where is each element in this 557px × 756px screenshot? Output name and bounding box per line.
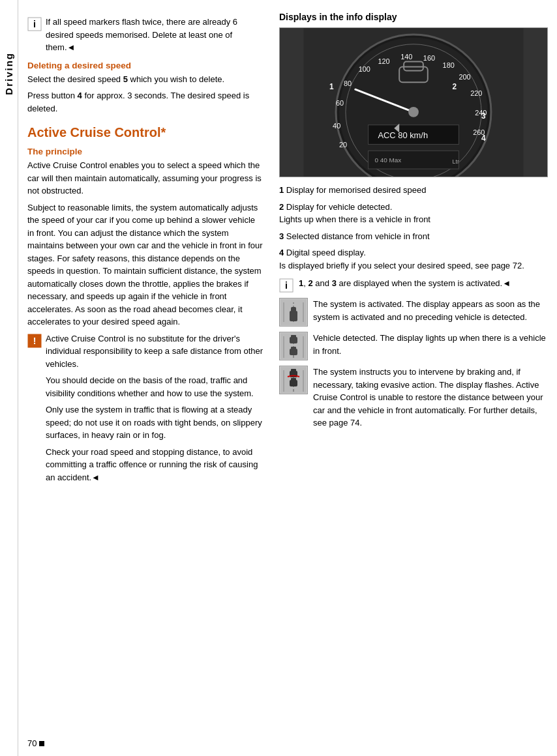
left-column: i If all speed markers flash twice, ther… [18,7,273,743]
svg-text:3: 3 [481,111,486,121]
deleting-section: Deleting a desired speed Select the desi… [27,61,263,115]
svg-text:160: 160 [423,54,435,62]
svg-text:60: 60 [336,99,344,107]
deleting-para2: Press button 4 for approx. 3 seconds. Th… [27,89,263,115]
activation-notice: i 1, 2 and 3 are displayed when the syst… [279,277,548,293]
warning-notice-box: ! Active Cruise Control is no substitute… [27,332,263,488]
display-items-list: 1 Display for memorised desired speed 2 … [279,184,548,272]
acc-heading: Active Cruise Control* [27,125,263,140]
display-item-4: 4 Digital speed display.Is displayed bri… [279,246,548,272]
svg-rect-48 [291,335,296,340]
car-detected-icon [279,332,308,360]
car-activated-icon [279,298,308,327]
svg-text:1: 1 [329,82,334,91]
svg-text:i: i [285,280,288,291]
svg-text:80: 80 [344,80,352,87]
svg-text:4: 4 [481,134,486,143]
car-detected-text: Vehicle detected. The display lights up … [313,332,548,357]
car-activated-row: The system is activated. The display app… [279,298,548,327]
deleting-para1: Select the desired speed 5 which you wis… [27,73,263,86]
top-notice-text: If all speed markers flash twice, there … [46,16,263,54]
principle-heading: The principle [27,147,263,156]
svg-text:40: 40 [333,122,340,130]
top-notice-box: i If all speed markers flash twice, ther… [27,16,263,54]
warning-icon: ! [27,334,42,348]
page-footer: 70 [18,738,557,748]
warning-notice-text: Active Cruise Control is no substitute f… [46,332,263,488]
svg-text:120: 120 [378,57,389,65]
car-intervene-row: The system instructs you to intervene by… [279,366,548,429]
svg-text:180: 180 [443,61,455,69]
sidebar-label: Driving [3,52,14,95]
svg-rect-50 [291,347,296,351]
svg-text:i: i [33,19,36,29]
svg-text:Ltr: Ltr [452,158,459,165]
svg-rect-58 [291,378,296,383]
svg-text:2: 2 [452,82,457,91]
display-item-2: 2 Display for vehicle detected.Lights up… [279,201,548,226]
right-column: Displays in the info display 20 40 6 [273,7,557,743]
car-intervene-text: The system instructs you to intervene by… [313,366,548,429]
speedometer-image: 20 40 60 80 100 120 140 160 180 200 220 … [279,27,548,177]
display-item-3: 3 Selected distance from vehicle in fron… [279,230,548,243]
svg-point-22 [408,107,419,117]
svg-text:200: 200 [459,73,470,81]
svg-text:140: 140 [400,53,412,61]
svg-rect-56 [291,369,296,373]
deleting-heading: Deleting a desired speed [27,61,263,70]
displays-heading: Displays in the info display [279,12,548,22]
activation-notice-text: 1, 2 and 3 are displayed when the system… [299,277,548,290]
activation-info-icon: i [279,278,294,293]
principle-section: The principle Active Cruise Control enab… [27,147,263,328]
page-number: 70 [27,738,37,748]
svg-text:ACC  80 km/h: ACC 80 km/h [378,130,428,140]
principle-para2: Subject to reasonable limits, the system… [27,201,263,328]
svg-text:20: 20 [339,141,347,149]
display-item-1: 1 Display for memorised desired speed [279,184,548,197]
info-icon: i [27,17,42,31]
page-square-icon [39,741,44,746]
car-detected-row: Vehicle detected. The display lights up … [279,332,548,360]
svg-text:220: 220 [470,89,482,97]
principle-para1: Active Cruise Control enables you to sel… [27,159,263,197]
svg-text:0    40    Max: 0 40 Max [375,156,402,164]
car-activated-text: The system is activated. The display app… [313,298,548,323]
sidebar: Driving [0,0,18,756]
svg-text:!: ! [33,336,37,346]
car-intervene-icon [279,366,308,394]
svg-text:100: 100 [359,65,370,73]
svg-rect-42 [291,307,296,313]
